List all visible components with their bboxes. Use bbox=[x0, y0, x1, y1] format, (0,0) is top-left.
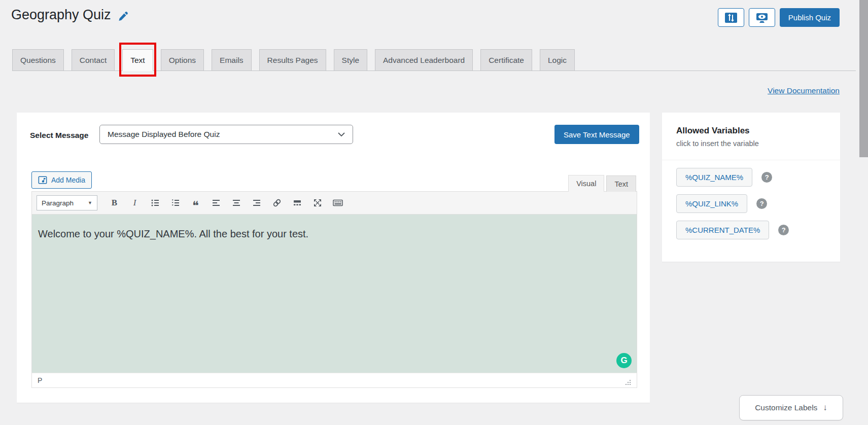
caret-down-icon: ▼ bbox=[88, 200, 92, 205]
numbered-list-icon[interactable] bbox=[168, 196, 183, 210]
tab-options[interactable]: Options bbox=[161, 49, 204, 70]
customize-labels-button[interactable]: Customize Labels ↓ bbox=[739, 395, 843, 420]
paragraph-format-select[interactable]: Paragraph ▼ bbox=[37, 195, 97, 210]
tab-certificate[interactable]: Certificate bbox=[480, 49, 532, 70]
variable-row: %CURRENT_DATE% ? bbox=[676, 221, 826, 239]
grammarly-icon[interactable]: G bbox=[616, 353, 632, 368]
tab-text-label: Text bbox=[130, 56, 145, 65]
allowed-variables-subtitle: click to insert the variable bbox=[676, 139, 826, 148]
editor-element-path: P bbox=[38, 376, 42, 384]
italic-icon[interactable]: I bbox=[127, 196, 142, 210]
editor-status-bar: P bbox=[31, 373, 637, 388]
customize-labels-label: Customize Labels bbox=[755, 403, 817, 412]
down-arrow-icon: ↓ bbox=[823, 403, 827, 413]
preview-eye-icon bbox=[755, 12, 769, 23]
allowed-variables-title: Allowed Variables bbox=[676, 126, 826, 136]
variable-row: %QUIZ_NAME% ? bbox=[676, 168, 826, 187]
text-message-panel: Select Message Message Displayed Before … bbox=[17, 113, 650, 403]
tab-logic[interactable]: Logic bbox=[540, 49, 575, 70]
blockquote-icon[interactable]: ❝ bbox=[188, 196, 203, 210]
preview-quiz-button[interactable] bbox=[749, 8, 775, 27]
tab-style[interactable]: Style bbox=[334, 49, 367, 70]
tab-advanced-leaderboard[interactable]: Advanced Leaderboard bbox=[375, 49, 473, 70]
save-text-message-button[interactable]: Save Text Message bbox=[554, 125, 639, 144]
help-icon[interactable]: ? bbox=[761, 172, 772, 183]
editor-content-text: Welcome to your %QUIZ_NAME%. All the bes… bbox=[32, 215, 637, 254]
fullscreen-icon[interactable] bbox=[310, 196, 325, 210]
quiz-settings-button[interactable] bbox=[718, 8, 744, 27]
variable-current-date-button[interactable]: %CURRENT_DATE% bbox=[676, 221, 769, 239]
quiz-title-text: Geography Quiz bbox=[11, 7, 111, 23]
select-message-label: Select Message bbox=[30, 131, 88, 140]
variable-quiz-name-button[interactable]: %QUIZ_NAME% bbox=[676, 168, 752, 187]
read-more-icon[interactable] bbox=[290, 196, 304, 210]
media-icon bbox=[38, 175, 47, 185]
bold-icon[interactable]: B bbox=[107, 196, 122, 210]
quiz-tab-bar: Questions Contact Text Options Emails Re… bbox=[12, 49, 856, 71]
variable-quiz-link-button[interactable]: %QUIZ_LINK% bbox=[676, 194, 747, 213]
align-left-icon[interactable] bbox=[209, 196, 223, 210]
editor-visual-tab[interactable]: Visual bbox=[568, 175, 604, 192]
align-center-icon[interactable] bbox=[229, 196, 244, 210]
editor-mode-tabs: Visual Text bbox=[568, 175, 636, 192]
edit-title-pencil-icon[interactable] bbox=[118, 11, 129, 22]
editor-toolbar: Paragraph ▼ B I ❝ bbox=[31, 191, 637, 215]
message-select-value: Message Displayed Before Quiz bbox=[108, 130, 220, 139]
divider bbox=[662, 160, 840, 160]
paragraph-format-value: Paragraph bbox=[42, 199, 74, 207]
tab-results-pages[interactable]: Results Pages bbox=[259, 49, 326, 70]
view-documentation-link[interactable]: View Documentation bbox=[768, 86, 840, 95]
link-icon[interactable] bbox=[269, 196, 284, 210]
header-actions: Publish Quiz bbox=[718, 8, 840, 27]
page-title: Geography Quiz bbox=[11, 7, 129, 23]
toolbar-toggle-icon[interactable] bbox=[330, 196, 345, 210]
add-media-label: Add Media bbox=[51, 176, 85, 184]
help-icon[interactable]: ? bbox=[778, 225, 789, 235]
help-icon[interactable]: ? bbox=[756, 198, 767, 209]
tab-text[interactable]: Text bbox=[122, 49, 153, 71]
allowed-variables-panel: Allowed Variables click to insert the va… bbox=[662, 113, 840, 262]
tab-contact[interactable]: Contact bbox=[72, 49, 115, 70]
add-media-button[interactable]: Add Media bbox=[31, 171, 92, 189]
chevron-down-icon bbox=[338, 132, 345, 137]
sliders-icon bbox=[724, 12, 738, 23]
publish-quiz-button[interactable]: Publish Quiz bbox=[780, 8, 840, 27]
tab-emails[interactable]: Emails bbox=[212, 49, 252, 70]
align-right-icon[interactable] bbox=[249, 196, 264, 210]
variable-row: %QUIZ_LINK% ? bbox=[676, 194, 826, 213]
page-scrollbar-thumb[interactable] bbox=[859, 0, 868, 157]
resize-handle-icon[interactable] bbox=[625, 379, 631, 385]
editor-text-tab[interactable]: Text bbox=[606, 175, 636, 192]
message-select-dropdown[interactable]: Message Displayed Before Quiz bbox=[99, 125, 353, 144]
editor-content-area[interactable]: Welcome to your %QUIZ_NAME%. All the bes… bbox=[31, 215, 637, 373]
bulleted-list-icon[interactable] bbox=[148, 196, 162, 210]
wp-editor: Add Media Visual Text Paragraph ▼ B I bbox=[31, 170, 637, 388]
tab-questions[interactable]: Questions bbox=[12, 49, 64, 70]
